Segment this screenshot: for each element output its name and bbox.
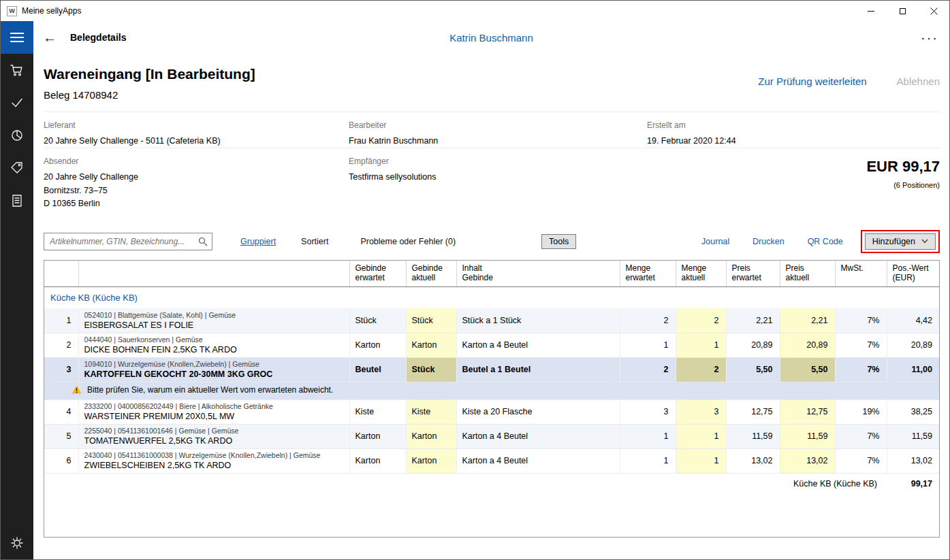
sender-line: Bornitzstr. 73–75 xyxy=(44,184,349,197)
article-meta: 0524010 | Blattgemüse (Salate, Kohl) | G… xyxy=(84,311,344,319)
close-button[interactable] xyxy=(918,1,949,21)
menge-aktuell-cell: 3 xyxy=(676,399,726,424)
reject-link[interactable]: Ablehnen xyxy=(897,76,940,87)
close-icon xyxy=(930,7,938,15)
group-footer-label: Küche KB (Küche KB) xyxy=(44,473,887,495)
sidebar-item-prices[interactable] xyxy=(1,152,33,184)
minimize-icon xyxy=(868,11,874,12)
sorted-toggle[interactable]: Sortiert xyxy=(301,237,328,246)
current-user[interactable]: Katrin Buschmann xyxy=(33,32,949,44)
sender-line: D 10365 Berlin xyxy=(44,197,349,210)
hamburger-menu-button[interactable] xyxy=(1,21,33,54)
menge-erwartet-cell: 1 xyxy=(620,333,676,357)
inhalt-gebinde-cell: Beutel a 1 Beutel xyxy=(456,357,620,382)
window-titlebar: W Meine sellyApps xyxy=(1,1,949,21)
inhalt-gebinde-cell: Stück a 1 Stück xyxy=(456,308,620,333)
table-row[interactable]: 10524010 | Blattgemüse (Salate, Kohl) | … xyxy=(44,308,939,333)
add-button[interactable]: Hinzufügen xyxy=(865,233,936,250)
forward-for-review-link[interactable]: Zur Prüfung weiterleiten xyxy=(758,76,866,87)
column-header: Gebinde erwartet xyxy=(349,261,406,287)
pos-wert-cell: 4,42 xyxy=(887,308,939,333)
positions-table: Gebinde erwartetGebinde aktuellInhalt Ge… xyxy=(44,260,940,538)
gebinde-aktuell-cell: Stück xyxy=(406,308,456,333)
tools-button[interactable]: Tools xyxy=(541,234,576,249)
editor-value: Frau Katrin Buschmann xyxy=(349,135,647,148)
article-name: WARSTEINER PREMIUM 20X0,5L MW xyxy=(84,412,344,421)
sidebar xyxy=(1,21,33,559)
table-row[interactable]: 42333200 | 04000856202449 | Biere | Alko… xyxy=(44,399,939,424)
preis-erwartet-cell: 2,21 xyxy=(726,308,780,333)
cart-icon xyxy=(10,63,24,77)
menge-erwartet-cell: 2 xyxy=(620,357,676,382)
pos-wert-cell: 11,59 xyxy=(887,424,939,448)
row-number: 5 xyxy=(44,424,78,448)
sidebar-item-settings[interactable] xyxy=(1,527,33,559)
sidebar-item-reports[interactable] xyxy=(1,119,33,152)
gebinde-aktuell-cell: Karton xyxy=(406,424,456,448)
preis-erwartet-cell: 12,75 xyxy=(726,399,780,424)
qr-code-link[interactable]: QR Code xyxy=(808,237,843,246)
minimize-button[interactable] xyxy=(855,1,887,21)
inhalt-gebinde-cell: Karton a 4 Beutel xyxy=(456,333,620,357)
journal-link[interactable]: Journal xyxy=(701,237,729,246)
column-header: Menge aktuell xyxy=(676,261,726,287)
menge-erwartet-cell: 1 xyxy=(620,424,676,448)
menge-aktuell-cell: 2 xyxy=(676,308,726,333)
recipient-value: Testfirma sellysolutions xyxy=(349,171,647,184)
article-name: DICKE BOHNEN FEIN 2,5KG TK ARDO xyxy=(84,345,344,355)
grouped-toggle[interactable]: Gruppiert xyxy=(240,237,276,246)
table-row[interactable]: 20444040 | Sauerkonserven | GemüseDICKE … xyxy=(44,333,939,357)
article-cell: 2255040 | 05411361001646 | Gemüse | Gemü… xyxy=(78,424,349,448)
article-meta: 2255040 | 05411361001646 | Gemüse | Gemü… xyxy=(84,427,344,435)
document-title: Wareneingang [In Bearbeitung] xyxy=(44,66,255,82)
menge-aktuell-cell: 1 xyxy=(676,424,726,448)
sidebar-item-journal[interactable] xyxy=(1,184,33,217)
field-label: Absender xyxy=(44,157,349,166)
column-header: Inhalt Gebinde xyxy=(456,261,620,287)
group-footer-row: Küche KB (Küche KB)99,17 xyxy=(44,473,939,495)
table-row[interactable]: 31094010 | Wurzelgemüse (Knollen,Zwiebel… xyxy=(44,357,939,382)
journal-icon xyxy=(10,194,24,208)
document-number: Beleg 14708942 xyxy=(44,89,255,101)
preis-aktuell-cell: 11,59 xyxy=(780,424,835,448)
more-options-button[interactable]: ··· xyxy=(921,30,938,46)
search-input[interactable] xyxy=(50,237,198,246)
window-controls xyxy=(855,1,949,21)
preis-aktuell-cell: 5,50 xyxy=(780,357,835,382)
maximize-icon xyxy=(900,8,906,14)
article-cell: 1094010 | Wurzelgemüse (Knollen,Zwiebeln… xyxy=(78,357,349,382)
warning-text: Bitte prüfen Sie, warum ein aktueller We… xyxy=(87,385,333,395)
check-icon xyxy=(10,96,24,110)
gebinde-erwartet-cell: Karton xyxy=(349,333,406,357)
sidebar-item-tasks[interactable] xyxy=(1,86,33,119)
info-row-2: Absender 20 Jahre Selly Challenge Bornit… xyxy=(44,148,940,220)
preis-erwartet-cell: 5,50 xyxy=(726,357,780,382)
print-link[interactable]: Drucken xyxy=(753,237,785,246)
column-header: Menge erwartet xyxy=(620,261,676,287)
mwst-cell: 19% xyxy=(835,399,887,424)
maximize-button[interactable] xyxy=(887,1,918,21)
table-row[interactable]: 52255040 | 05411361001646 | Gemüse | Gem… xyxy=(44,424,939,448)
table-body: Küche KB (Küche KB)10524010 | Blattgemüs… xyxy=(44,286,939,495)
row-number: 1 xyxy=(44,308,78,333)
app-bar: ← Belegdetails Katrin Buschmann ··· xyxy=(33,21,949,54)
column-header xyxy=(44,261,78,287)
pos-wert-cell: 13,02 xyxy=(887,448,939,473)
preis-erwartet-cell: 13,02 xyxy=(726,448,780,473)
sidebar-item-cart[interactable] xyxy=(1,54,33,86)
field-label: Bearbeiter xyxy=(349,120,647,130)
gebinde-erwartet-cell: Karton xyxy=(349,448,406,473)
article-meta: 0444040 | Sauerkonserven | Gemüse xyxy=(84,335,344,344)
price-tag-icon xyxy=(10,161,24,175)
sender-line: 20 Jahre Selly Challenge xyxy=(44,171,349,184)
mwst-cell: 7% xyxy=(835,357,887,382)
table-row[interactable]: 62430040 | 05411361000038 | Wurzelgemüse… xyxy=(44,448,939,473)
window-title: Meine sellyApps xyxy=(22,6,81,16)
pie-chart-icon xyxy=(10,129,24,142)
article-meta: 2333200 | 04000856202449 | Biere | Alkoh… xyxy=(84,402,344,410)
problems-filter[interactable]: Probleme oder Fehler (0) xyxy=(360,237,456,246)
pos-wert-cell: 20,89 xyxy=(887,333,939,357)
row-warning: Bitte prüfen Sie, warum ein aktueller We… xyxy=(44,382,939,399)
preis-aktuell-cell: 2,21 xyxy=(780,308,835,333)
field-label: Erstellt am xyxy=(647,120,736,130)
